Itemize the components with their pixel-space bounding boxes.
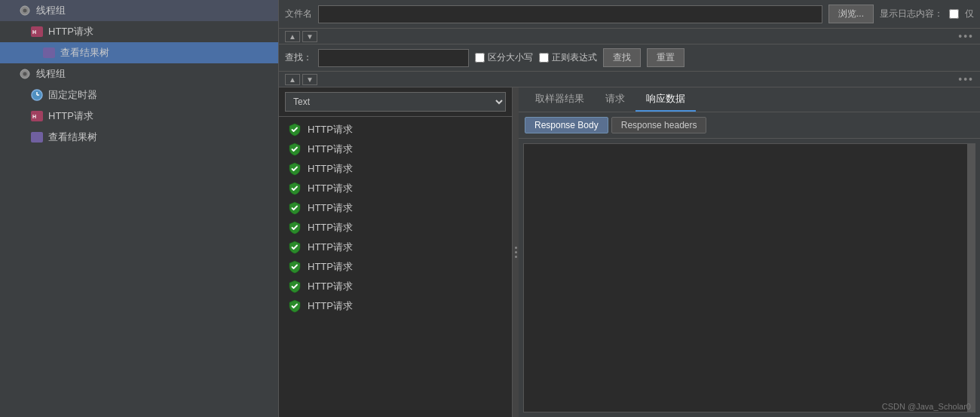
regex-checkbox[interactable] bbox=[539, 53, 549, 63]
svg-rect-4 bbox=[43, 48, 55, 58]
list-item[interactable]: HTTP请求 bbox=[279, 238, 512, 257]
sidebar-item-label: 线程组 bbox=[36, 67, 66, 81]
sidebar-item-thread-group-2[interactable]: 线程组 bbox=[0, 63, 278, 84]
regex-label: 正则表达式 bbox=[552, 51, 597, 64]
svg-text:H: H bbox=[32, 29, 36, 35]
case-label: 区分大小写 bbox=[488, 51, 533, 64]
sub-tabs: Response Body Response headers bbox=[519, 112, 980, 139]
search-input[interactable] bbox=[318, 49, 469, 67]
search-row: 查找： 区分大小写 正则表达式 查找 重置 bbox=[279, 44, 980, 72]
shield-check-icon bbox=[288, 201, 302, 215]
tab-request[interactable]: 请求 bbox=[595, 87, 635, 112]
format-dropdown[interactable]: Text XML JSON HTML Boundary bbox=[285, 92, 506, 112]
dots-menu-1[interactable]: ••• bbox=[958, 30, 974, 42]
shield-check-icon bbox=[288, 280, 302, 293]
svg-text:H: H bbox=[32, 114, 36, 119]
sidebar-item-result-tree-2[interactable]: 查看结果树 bbox=[0, 127, 278, 148]
scrollbar[interactable] bbox=[968, 143, 975, 412]
list-item-label: HTTP请求 bbox=[308, 241, 353, 254]
list-panel: Text XML JSON HTML Boundary bbox=[279, 87, 513, 417]
list-item[interactable]: HTTP请求 bbox=[279, 218, 512, 238]
arrow-row-1: ▲ ▼ ••• bbox=[279, 29, 980, 44]
dots-menu-2[interactable]: ••• bbox=[958, 73, 974, 85]
sub-tab-response-headers[interactable]: Response headers bbox=[611, 117, 707, 133]
list-header: Text XML JSON HTML Boundary bbox=[279, 87, 512, 117]
sidebar-item-timer[interactable]: 固定定时器 bbox=[0, 84, 278, 106]
list-item-label: HTTP请求 bbox=[308, 221, 353, 235]
tree-icon-2 bbox=[30, 130, 44, 144]
list-item-label: HTTP请求 bbox=[308, 299, 353, 313]
svg-point-1 bbox=[23, 9, 27, 13]
content-area: Text XML JSON HTML Boundary bbox=[279, 87, 980, 417]
response-area bbox=[519, 139, 980, 417]
gear-icon bbox=[18, 4, 32, 17]
list-item-label: HTTP请求 bbox=[308, 260, 353, 274]
list-item[interactable]: HTTP请求 bbox=[279, 140, 512, 159]
tree-icon bbox=[42, 46, 56, 60]
case-checkbox-row: 区分大小写 bbox=[475, 51, 533, 64]
down-arrow-btn[interactable]: ▼ bbox=[302, 31, 317, 42]
case-checkbox[interactable] bbox=[475, 53, 485, 63]
sidebar-item-label: 查看结果树 bbox=[60, 46, 109, 60]
list-item[interactable]: HTTP请求 bbox=[279, 257, 512, 277]
sidebar-item-label: HTTP请求 bbox=[48, 25, 93, 38]
browse-button[interactable]: 浏览... bbox=[828, 5, 874, 23]
shield-check-icon bbox=[288, 221, 302, 235]
tab-sampler-result[interactable]: 取样器结果 bbox=[525, 87, 595, 112]
file-toolbar: 文件名 浏览... 显示日志内容： 仅 bbox=[279, 0, 980, 29]
sidebar-item-http-2[interactable]: H HTTP请求 bbox=[0, 106, 278, 127]
list-item[interactable]: HTTP请求 bbox=[279, 296, 512, 316]
only-label: 仅 bbox=[965, 8, 974, 20]
list-item-label: HTTP请求 bbox=[308, 162, 353, 176]
sidebar-item-label: 查看结果树 bbox=[48, 130, 97, 144]
svg-rect-12 bbox=[31, 132, 43, 143]
down-arrow-btn-2[interactable]: ▼ bbox=[302, 74, 317, 85]
gear-icon-2 bbox=[18, 67, 32, 81]
find-button[interactable]: 查找 bbox=[603, 48, 641, 67]
sidebar-item-result-tree-1[interactable]: 查看结果树 bbox=[0, 42, 278, 63]
list-item-label: HTTP请求 bbox=[308, 280, 353, 293]
right-panel: 文件名 浏览... 显示日志内容： 仅 ▲ ▼ ••• 查找： 区分大小写 正则… bbox=[279, 0, 980, 417]
detail-panel: 取样器结果 请求 响应数据 Response Body Response hea… bbox=[519, 87, 980, 417]
shield-check-icon bbox=[288, 182, 302, 195]
response-content[interactable] bbox=[523, 143, 968, 412]
list-item[interactable]: HTTP请求 bbox=[279, 159, 512, 179]
file-input[interactable] bbox=[318, 5, 822, 23]
sidebar-item-thread-group-1[interactable]: 线程组 bbox=[0, 0, 278, 21]
sidebar-item-label: 线程组 bbox=[36, 4, 66, 17]
list-item[interactable]: HTTP请求 bbox=[279, 277, 512, 296]
list-item[interactable]: HTTP请求 bbox=[279, 120, 512, 140]
log-checkbox[interactable] bbox=[949, 9, 959, 19]
watermark: CSDN @Java_Scholar0 bbox=[882, 402, 971, 411]
timer-icon bbox=[30, 88, 44, 102]
list-item[interactable]: HTTP请求 bbox=[279, 179, 512, 198]
shield-check-icon bbox=[288, 143, 302, 156]
sidebar-item-label: HTTP请求 bbox=[48, 109, 93, 123]
log-label: 显示日志内容： bbox=[880, 8, 943, 20]
list-item-label: HTTP请求 bbox=[308, 143, 353, 156]
tab-response-data[interactable]: 响应数据 bbox=[635, 87, 696, 112]
list-item[interactable]: HTTP请求 bbox=[279, 198, 512, 218]
shield-check-icon bbox=[288, 162, 302, 176]
sub-tab-response-body[interactable]: Response Body bbox=[525, 117, 608, 133]
shield-check-icon bbox=[288, 241, 302, 254]
shield-check-icon bbox=[288, 299, 302, 313]
shield-check-icon bbox=[288, 123, 302, 136]
regex-checkbox-row: 正则表达式 bbox=[539, 51, 597, 64]
http-icon: H bbox=[30, 25, 44, 38]
up-arrow-btn-2[interactable]: ▲ bbox=[285, 74, 300, 85]
panel-resize-handle[interactable] bbox=[513, 87, 519, 417]
sidebar: 线程组 H HTTP请求 查看结果树 bbox=[0, 0, 279, 417]
sidebar-item-http-1[interactable]: H HTTP请求 bbox=[0, 21, 278, 42]
up-arrow-btn[interactable]: ▲ bbox=[285, 31, 300, 42]
sidebar-item-label: 固定定时器 bbox=[48, 88, 97, 102]
main-tabs: 取样器结果 请求 响应数据 bbox=[519, 87, 980, 112]
reset-button[interactable]: 重置 bbox=[647, 48, 684, 67]
list-item-label: HTTP请求 bbox=[308, 182, 353, 195]
arrow-row-2: ▲ ▼ ••• bbox=[279, 72, 980, 87]
request-list: HTTP请求 HTTP请求 bbox=[279, 117, 512, 417]
file-label: 文件名 bbox=[285, 8, 312, 20]
http-icon-2: H bbox=[30, 109, 44, 123]
svg-point-6 bbox=[23, 72, 27, 76]
list-item-label: HTTP请求 bbox=[308, 201, 353, 215]
